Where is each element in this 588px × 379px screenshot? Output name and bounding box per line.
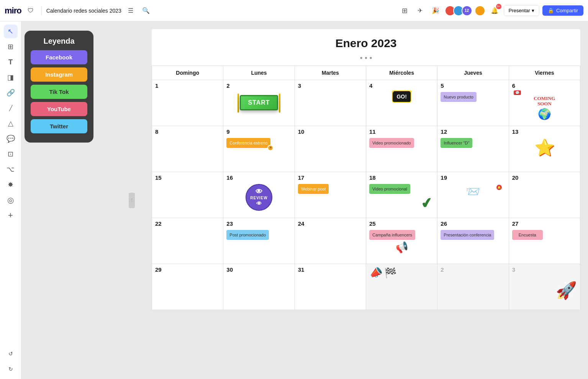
shapes-tool[interactable]: △: [4, 116, 18, 130]
start-pole-left: [237, 94, 239, 113]
link-tool[interactable]: 🔗: [4, 86, 18, 100]
day-11[interactable]: 11 Video promocionado: [366, 126, 437, 172]
col-miercoles: Miércoles: [366, 66, 437, 80]
confetti-icon[interactable]: 🎉: [429, 5, 442, 17]
review-sticker: 👁 REVIEW 👁: [246, 184, 272, 211]
day-18[interactable]: 18 Video promocional ✔: [366, 172, 437, 218]
avatar-3[interactable]: [475, 5, 485, 16]
legend-panel: Leyenda Facebook Instagram Tik Tok YouTu…: [25, 31, 93, 143]
day-19[interactable]: 19 🔔 📨: [437, 172, 509, 218]
logo[interactable]: miro: [5, 6, 21, 16]
sticky-presentacion[interactable]: Presentación conferencia: [441, 230, 494, 240]
day-6[interactable]: 6 💬 COMINGSOON 🌍: [509, 80, 580, 126]
week-2: 8 9 Conferencia estreno ≡ 10 11: [152, 126, 580, 172]
grid-tool-icon[interactable]: ⊞: [399, 5, 411, 17]
day-20[interactable]: 20: [509, 172, 580, 218]
note-icon: ≡: [267, 145, 274, 151]
day-25[interactable]: 25 Campaña influencers 📢: [366, 218, 437, 264]
header-right: ⊞ ✈ 🎉 12 🔔 9+ Presentar ▾ 🔒 Compartir: [399, 5, 583, 17]
pen-tool[interactable]: ╱: [4, 101, 18, 115]
day-9[interactable]: 9 Conferencia estreno ≡: [223, 126, 295, 172]
sticky-video-promo-18[interactable]: Video promocional: [369, 184, 410, 194]
day-5[interactable]: 5 Nuevo producto: [437, 80, 509, 126]
day-26[interactable]: 26 Presentación conferencia: [437, 218, 509, 264]
day-8[interactable]: 8: [152, 126, 223, 172]
day-3-next[interactable]: 3 🚀: [509, 264, 580, 310]
day-27[interactable]: 27 Encuesta: [509, 218, 580, 264]
day-1[interactable]: 1: [152, 80, 223, 126]
day-empty-flag[interactable]: 📣 🏁: [366, 264, 437, 310]
day-2-next[interactable]: 2: [437, 264, 509, 310]
legend-facebook[interactable]: Facebook: [31, 50, 87, 64]
sticky-encuesta[interactable]: Encuesta: [512, 230, 543, 240]
avatar-group: 12: [445, 5, 485, 16]
col-martes: Martes: [295, 66, 366, 80]
day-31[interactable]: 31: [295, 264, 366, 310]
sticky-nuevo-producto[interactable]: Nuevo producto: [441, 92, 477, 102]
redo-tool[interactable]: ↻: [4, 362, 18, 376]
shield-icon[interactable]: 🛡: [25, 5, 37, 17]
calendar-title: Enero 2023: [152, 29, 580, 54]
frames-tool[interactable]: ⊞: [4, 40, 18, 54]
sticky-conferencia[interactable]: Conferencia estreno ≡: [226, 138, 270, 148]
col-domingo: Domingo: [152, 66, 223, 80]
day-30[interactable]: 30: [223, 264, 295, 310]
day-15[interactable]: 15: [152, 172, 223, 218]
notification-icon[interactable]: 🔔 9+: [488, 5, 501, 17]
canvas-area[interactable]: Leyenda Facebook Instagram Tik Tok YouTu…: [21, 21, 588, 379]
search-icon[interactable]: 🔍: [140, 5, 152, 17]
day-3[interactable]: 3: [295, 80, 366, 126]
arrow-tool-icon[interactable]: ✈: [414, 5, 426, 17]
connector-tool[interactable]: ⌥: [4, 162, 18, 176]
undo-tool[interactable]: ↺: [4, 347, 18, 361]
day-22[interactable]: 22: [152, 218, 223, 264]
notif-badge: 9+: [496, 4, 501, 9]
sticky-influencer[interactable]: Influencer "D": [441, 138, 472, 148]
day-29[interactable]: 29: [152, 264, 223, 310]
day-4[interactable]: 4 ✦ ✦ GO!: [366, 80, 437, 126]
checkmark-sticker: ✔: [420, 195, 434, 213]
sticky-webinar[interactable]: Webinar post: [298, 184, 329, 194]
calendar-grid: Domingo Lunes Martes Miércoles Jueves Vi…: [152, 66, 580, 310]
day-24[interactable]: 24: [295, 218, 366, 264]
sticky-video-promo-11[interactable]: Video promocionado: [369, 138, 414, 148]
apps-tool[interactable]: ✸: [4, 178, 18, 192]
calendar-nav-dots[interactable]: • • •: [152, 54, 580, 62]
frame2-tool[interactable]: ⊡: [4, 147, 18, 161]
start-pole-right: [279, 94, 280, 113]
notif-red-badge: 🔔: [496, 185, 502, 190]
day-12[interactable]: 12 Influencer "D": [437, 126, 509, 172]
plugins-tool[interactable]: ◎: [4, 193, 18, 207]
add-tool[interactable]: +: [4, 208, 18, 222]
comment-tool[interactable]: 💬: [4, 132, 18, 146]
sticky-tool[interactable]: ◨: [4, 71, 18, 84]
collapse-handle[interactable]: ⋮: [129, 193, 135, 208]
start-banner-wrapper: START: [240, 95, 278, 110]
calendar-container: Enero 2023 • • • Domingo Lunes Martes Mi…: [152, 29, 580, 310]
legend-youtube[interactable]: YouTube: [31, 102, 87, 116]
menu-icon[interactable]: ☰: [124, 5, 137, 17]
legend-tiktok[interactable]: Tik Tok: [31, 85, 87, 99]
select-tool[interactable]: ↖: [4, 25, 18, 38]
notif-bell-sticker: 📨: [466, 185, 480, 198]
left-toolbar: ↖ ⊞ T ◨ 🔗 ╱ △ 💬 ⊡ ⌥ ✸ ◎ + ↺ ↻: [0, 21, 21, 379]
logo-text: miro: [5, 6, 21, 16]
rocket-sticker: 🚀: [556, 281, 577, 300]
legend-twitter[interactable]: Twitter: [31, 119, 87, 133]
day-16[interactable]: 16 👁 REVIEW 👁: [223, 172, 295, 218]
day-13[interactable]: 13 ⭐: [509, 126, 580, 172]
text-tool[interactable]: T: [4, 55, 18, 69]
share-button[interactable]: 🔒 Compartir: [542, 5, 583, 16]
board-title: Calendario redes sociales 2023: [46, 8, 121, 14]
day-23[interactable]: 23 Post promocionado: [223, 218, 295, 264]
day-2[interactable]: 2 START: [223, 80, 295, 126]
avatar-count[interactable]: 12: [462, 5, 472, 16]
present-button[interactable]: Presentar ▾: [504, 5, 539, 16]
sticky-campana[interactable]: Campaña influencers: [369, 230, 415, 240]
legend-instagram[interactable]: Instagram: [31, 67, 87, 82]
day-10[interactable]: 10: [295, 126, 366, 172]
sticky-post-promo[interactable]: Post promocionado: [226, 230, 269, 240]
day-17[interactable]: 17 Webinar post: [295, 172, 366, 218]
week-1: 1 2 START 3: [152, 80, 580, 126]
col-lunes: Lunes: [223, 66, 295, 80]
